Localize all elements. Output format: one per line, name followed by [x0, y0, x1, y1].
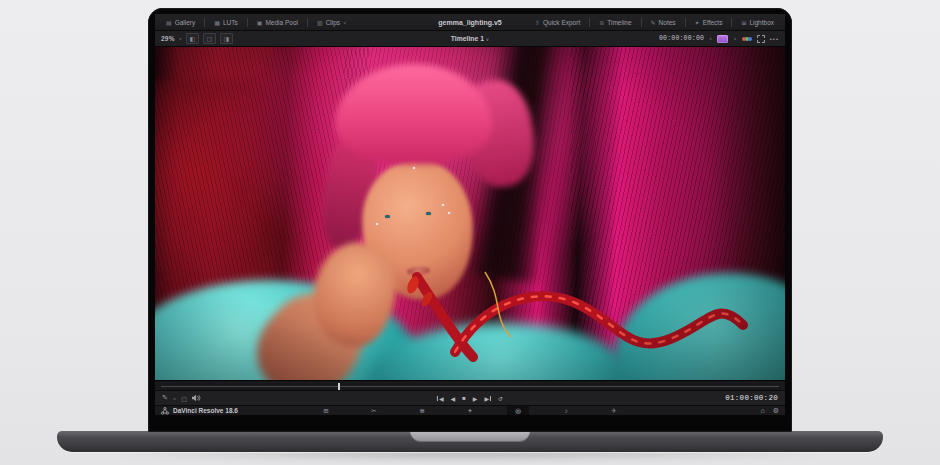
media-pool-icon: ▣	[257, 19, 263, 26]
gallery-icon: ▤	[166, 19, 172, 26]
clips-button[interactable]: ▥ Clips ∨	[312, 17, 351, 28]
app-version-label: DaVinci Resolve 18.6	[173, 407, 238, 414]
gear-icon[interactable]: ⚙	[773, 407, 779, 415]
clips-label: Clips	[326, 19, 340, 26]
chevron-down-icon: ∨	[486, 37, 489, 42]
luts-button[interactable]: ▦ LUTs	[209, 17, 242, 28]
timeline-name: Timeline 1	[451, 35, 484, 42]
wipe-mode-a-button[interactable]: ◧	[186, 33, 199, 44]
page-media[interactable]: ⊞	[315, 406, 337, 416]
zoom-level-dropdown[interactable]: 29%	[161, 35, 175, 42]
chevron-down-icon: ∨	[709, 37, 712, 41]
page-navigation-bar: DaVinci Resolve 18.6 ⊞ ✂ ≣ ✦ ◎ ♪ ✈ ⌂ ⚙	[155, 405, 785, 415]
toolbar-divider	[589, 18, 590, 27]
wipe-mode-c-button[interactable]: ◨	[220, 33, 233, 44]
step-back-button[interactable]: ◀	[451, 395, 456, 402]
overflow-menu-icon[interactable]: •••	[770, 36, 779, 42]
viewer-canvas[interactable]	[155, 47, 785, 380]
luts-icon: ▦	[214, 19, 220, 26]
macbook-screen: ▤ Gallery ▦ LUTs ▣ Media Pool	[148, 8, 792, 432]
playhead-marker[interactable]	[338, 383, 340, 390]
top-toolbar: ▤ Gallery ▦ LUTs ▣ Media Pool	[155, 14, 785, 31]
toolbar-divider	[307, 18, 308, 27]
chevron-down-icon: ∨	[173, 396, 176, 400]
gallery-label: Gallery	[175, 19, 196, 26]
davinci-resolve-logo	[161, 407, 169, 415]
go-to-start-button[interactable]: ◀	[437, 395, 444, 402]
effects-icon: ✦	[695, 19, 700, 26]
app-brand: DaVinci Resolve 18.6	[161, 407, 238, 415]
system-buttons: ⌂ ⚙	[760, 407, 779, 415]
notes-label: Notes	[659, 19, 676, 26]
macbook-lid-notch	[410, 431, 530, 442]
media-pool-button[interactable]: ▣ Media Pool	[252, 17, 303, 28]
lightbox-icon: ⊞	[741, 19, 746, 26]
stop-button[interactable]: ■	[462, 395, 466, 401]
expand-viewer-icon[interactable]	[757, 35, 765, 43]
timeline-panel-button[interactable]: ≋ Timeline	[594, 17, 636, 28]
wipe-mode-b-button[interactable]: ▢	[203, 33, 216, 44]
transport-bar: ✎ ∨ ▢ ◀ ◀ ■ ▶ ▶ ↺ 01:00:00:20	[155, 390, 785, 405]
viewer-toolbar: 29% ∨ ◧ ▢ ◨ Timeline 1 ∨ 00:00:00:00 ∨ ∨	[155, 31, 785, 47]
clips-icon: ▥	[317, 19, 323, 26]
lightbox-button[interactable]: ⊞ Lightbox	[736, 17, 779, 28]
davinci-resolve-window: ▤ Gallery ▦ LUTs ▣ Media Pool	[155, 14, 785, 415]
page-color[interactable]: ◎	[507, 406, 529, 416]
transport-left-tools: ✎ ∨ ▢	[162, 394, 201, 402]
page-fairlight[interactable]: ♪	[555, 406, 577, 416]
chevron-down-icon: ∨	[733, 37, 736, 41]
scrubber-track[interactable]	[161, 386, 779, 387]
go-to-end-button[interactable]: ▶	[484, 395, 491, 402]
toolbar-divider	[685, 18, 686, 27]
media-pool-label: Media Pool	[265, 19, 298, 26]
page-edit[interactable]: ≣	[411, 406, 433, 416]
page-cut[interactable]: ✂	[363, 406, 385, 416]
jog-scrubber[interactable]	[155, 380, 785, 390]
chevron-down-icon: ∨	[179, 37, 182, 41]
notes-icon: ✎	[651, 19, 656, 26]
toolbar-divider	[247, 18, 248, 27]
toolbar-divider	[731, 18, 732, 27]
gallery-button[interactable]: ▤ Gallery	[161, 17, 200, 28]
home-icon[interactable]: ⌂	[760, 407, 764, 414]
page-tabs: ⊞ ✂ ≣ ✦ ◎ ♪ ✈	[315, 406, 625, 416]
top-toolbar-right: ⇧ Quick Export ≋ Timeline ✎ Notes	[530, 17, 779, 28]
grading-monitor-icon[interactable]	[717, 35, 728, 43]
playback-controls: ◀ ◀ ■ ▶ ▶ ↺	[437, 395, 503, 402]
toolbar-divider	[204, 18, 205, 27]
quick-export-label: Quick Export	[543, 19, 580, 26]
color-wheels-icon[interactable]	[742, 37, 752, 41]
loop-button[interactable]: ↺	[498, 395, 503, 402]
toolbar-divider	[641, 18, 642, 27]
quick-export-icon: ⇧	[535, 19, 540, 26]
record-timecode: 01:00:00:20	[725, 394, 778, 402]
project-title: gemma_lighting.v5	[438, 19, 501, 26]
effects-label: Effects	[703, 19, 723, 26]
timeline-panel-label: Timeline	[607, 19, 631, 26]
viewer-toolbar-right: 00:00:00:00 ∨ ∨ •••	[659, 35, 779, 43]
timeline-icon: ≋	[599, 19, 604, 26]
viewer-toolbar-left: 29% ∨ ◧ ▢ ◨	[161, 33, 233, 44]
chevron-down-icon: ∨	[343, 20, 346, 24]
luts-label: LUTs	[223, 19, 238, 26]
timeline-selector[interactable]: Timeline 1 ∨	[451, 35, 489, 42]
notes-button[interactable]: ✎ Notes	[646, 17, 681, 28]
desktop-background: ▤ Gallery ▦ LUTs ▣ Media Pool	[0, 0, 940, 465]
image-vignette	[155, 47, 785, 380]
audio-mute-icon[interactable]	[192, 394, 201, 402]
source-timecode[interactable]: 00:00:00:00	[659, 35, 704, 42]
top-toolbar-left: ▤ Gallery ▦ LUTs ▣ Media Pool	[161, 17, 351, 28]
play-button[interactable]: ▶	[473, 395, 478, 402]
lightbox-label: Lightbox	[749, 19, 774, 26]
annotate-tool-button[interactable]: ✎	[162, 394, 168, 402]
effects-button[interactable]: ✦ Effects	[690, 17, 728, 28]
quick-export-button[interactable]: ⇧ Quick Export	[530, 17, 585, 28]
page-fusion[interactable]: ✦	[459, 406, 481, 416]
page-deliver[interactable]: ✈	[603, 406, 625, 416]
compare-button[interactable]: ▢	[181, 395, 187, 402]
